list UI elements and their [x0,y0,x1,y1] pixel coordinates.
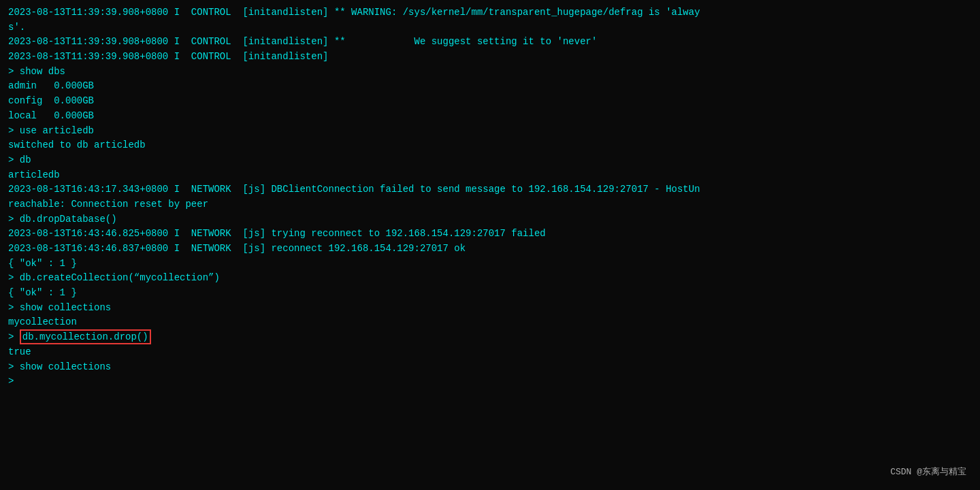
watermark: CSDN @东离与精宝 [890,466,966,478]
log-line-2: s'. [8,20,972,35]
db-config: config 0.000GB [8,94,972,109]
highlighted-drop-command: db.mycollection.drop() [20,329,151,344]
cmd-db: > db [8,153,972,168]
db-name: articledb [8,168,972,183]
cmd-show-collections-1: > show collections [8,301,972,316]
cmd-show-collections-2: > show collections [8,360,972,375]
log-line-reconnect-1: 2023-08-13T16:43:46.825+0800 I NETWORK [… [8,227,972,242]
log-line-4: 2023-08-13T11:39:39.908+0800 I CONTROL [… [8,50,972,65]
cmd-drop-collection-line: > db.mycollection.drop() [8,330,972,345]
log-line-3: 2023-08-13T11:39:39.908+0800 I CONTROL [… [8,35,972,50]
cmd-drop-database: > db.dropDatabase() [8,212,972,227]
result-true: true [8,345,972,360]
db-admin: admin 0.000GB [8,79,972,94]
log-line-network-1: 2023-08-13T16:43:17.343+0800 I NETWORK [… [8,182,972,197]
cmd-use-articledb: > use articledb [8,124,972,139]
mycollection-result: mycollection [8,315,972,330]
terminal-window: 2023-08-13T11:39:39.908+0800 I CONTROL [… [0,0,980,490]
db-local: local 0.000GB [8,109,972,124]
switched-msg: switched to db articledb [8,138,972,153]
cmd-show-dbs: > show dbs [8,65,972,80]
result-ok-1: { "ok" : 1 } [8,257,972,272]
cmd-create-collection: > db.createCollection(“mycollection”) [8,271,972,286]
final-prompt: > [8,374,972,389]
result-ok-2: { "ok" : 1 } [8,286,972,301]
log-line-1: 2023-08-13T11:39:39.908+0800 I CONTROL [… [8,5,972,20]
log-line-reconnect-2: 2023-08-13T16:43:46.837+0800 I NETWORK [… [8,242,972,257]
log-line-network-2: reachable: Connection reset by peer [8,197,972,212]
